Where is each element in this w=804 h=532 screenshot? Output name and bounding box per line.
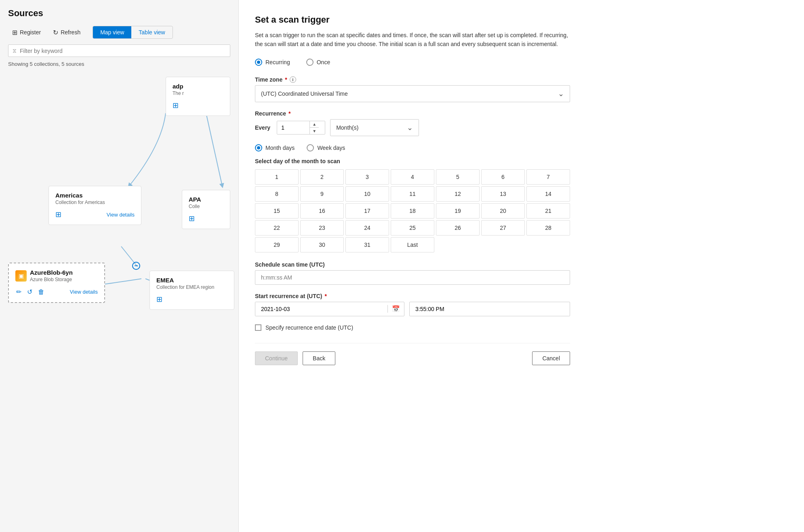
day-cell-23[interactable]: 23 <box>300 220 344 236</box>
day-type-group: Month days Week days <box>255 144 788 151</box>
left-panel: Sources ⊞ Register ↻ Refresh Map view Ta… <box>0 0 238 532</box>
day-cell-8[interactable]: 8 <box>255 186 299 202</box>
day-cell-24[interactable]: 24 <box>345 220 389 236</box>
cancel-button[interactable]: Cancel <box>532 351 570 365</box>
day-cell-5[interactable]: 5 <box>436 169 480 185</box>
register-button[interactable]: ⊞ Register <box>8 26 45 39</box>
spinner-down-button[interactable]: ▼ <box>310 128 319 134</box>
spinner-up-button[interactable]: ▲ <box>310 121 319 128</box>
day-cell-12[interactable]: 12 <box>436 186 480 202</box>
filter-input[interactable] <box>20 48 226 54</box>
timezone-required: * <box>285 76 287 83</box>
day-cell-9[interactable]: 9 <box>300 186 344 202</box>
refresh-button[interactable]: ↻ Refresh <box>49 26 84 39</box>
day-cell-17[interactable]: 17 <box>345 203 389 219</box>
start-recurrence-required: * <box>325 293 327 299</box>
emea-node-title: EMEA <box>156 277 227 284</box>
once-radio-label[interactable]: Once <box>306 59 330 66</box>
back-button[interactable]: Back <box>303 351 335 365</box>
day-cell-3[interactable]: 3 <box>345 169 389 185</box>
azure-blob-view-details-link[interactable]: View details <box>70 289 98 295</box>
day-cell-last[interactable]: Last <box>391 237 434 252</box>
trigger-type-radio-group: Recurring Once <box>255 59 788 66</box>
americas-view-details-link[interactable]: View details <box>107 212 135 218</box>
day-cell-15[interactable]: 15 <box>255 203 299 219</box>
map-area: adp The r ⊞ Americas Collection for Amer… <box>8 73 230 436</box>
schedule-time-input[interactable] <box>255 270 570 285</box>
day-cell-20[interactable]: 20 <box>481 203 525 219</box>
register-icon: ⊞ <box>12 29 17 36</box>
apac-node-subtitle: Colle <box>189 204 223 209</box>
period-chevron-icon <box>407 123 413 132</box>
page-title: Sources <box>8 8 230 19</box>
day-cell-14[interactable]: 14 <box>526 186 570 202</box>
week-days-radio-label[interactable]: Week days <box>307 144 345 151</box>
day-cell-19[interactable]: 19 <box>436 203 480 219</box>
day-cell-7[interactable]: 7 <box>526 169 570 185</box>
minus-circle-node: − <box>132 262 140 270</box>
grid-icon-americas: ⊞ <box>55 210 61 219</box>
week-days-label-text: Week days <box>317 145 345 151</box>
filter-input-wrap: ⧖ <box>8 44 230 57</box>
day-cell-10[interactable]: 10 <box>345 186 389 202</box>
day-cell-1[interactable]: 1 <box>255 169 299 185</box>
day-cell-31[interactable]: 31 <box>345 237 389 252</box>
right-panel: Set a scan trigger Set a scan trigger to… <box>238 0 804 532</box>
period-select[interactable]: Month(s) <box>330 119 419 136</box>
number-spinners: ▲ ▼ <box>309 121 319 134</box>
day-cell-13[interactable]: 13 <box>481 186 525 202</box>
emea-node-actions: ⊞ <box>156 295 227 304</box>
calendar-icon-button[interactable]: 📅 <box>387 305 404 313</box>
recurrence-number-field[interactable] <box>277 121 309 134</box>
timezone-info-icon[interactable]: i <box>290 76 296 83</box>
top-node-subtitle: The r <box>173 90 223 96</box>
end-date-checkbox[interactable] <box>255 324 261 331</box>
panel-description: Set a scan trigger to run the scan at sp… <box>255 31 570 49</box>
day-cell-25[interactable]: 25 <box>391 220 434 236</box>
timezone-chevron-icon <box>558 89 564 98</box>
week-days-radio[interactable] <box>307 144 314 151</box>
continue-button[interactable]: Continue <box>255 351 298 365</box>
recurrence-label-text: Recurrence <box>255 110 286 117</box>
americas-node-subtitle: Collection for Americas <box>55 200 135 205</box>
apac-node-card: APA Colle ⊞ <box>182 190 230 229</box>
day-cell-21[interactable]: 21 <box>526 203 570 219</box>
day-cell-11[interactable]: 11 <box>391 186 434 202</box>
start-date-input[interactable] <box>255 302 387 316</box>
recurring-radio[interactable] <box>255 59 262 66</box>
day-cell-2[interactable]: 2 <box>300 169 344 185</box>
day-cell-6[interactable]: 6 <box>481 169 525 185</box>
top-node-actions: ⊞ <box>173 101 223 110</box>
month-days-radio[interactable] <box>255 144 262 151</box>
once-radio[interactable] <box>306 59 314 66</box>
recurrence-field-label: Recurrence * <box>255 110 788 117</box>
table-view-button[interactable]: Table view <box>131 26 172 38</box>
day-cell-18[interactable]: 18 <box>391 203 434 219</box>
recurring-radio-label[interactable]: Recurring <box>255 59 290 66</box>
americas-node-card: Americas Collection for Americas ⊞ View … <box>48 186 141 225</box>
delete-button[interactable]: 🗑 <box>37 288 45 296</box>
day-cell-30[interactable]: 30 <box>300 237 344 252</box>
edit-button[interactable]: ✏ <box>15 287 22 296</box>
scan-button[interactable]: ↺ <box>26 287 33 296</box>
day-cell-26[interactable]: 26 <box>436 220 480 236</box>
day-cell-29[interactable]: 29 <box>255 237 299 252</box>
connector-svg <box>8 73 230 436</box>
month-days-label-text: Month days <box>265 145 295 151</box>
map-view-button[interactable]: Map view <box>93 26 131 38</box>
day-cell-22[interactable]: 22 <box>255 220 299 236</box>
recurrence-row: Every ▲ ▼ Month(s) <box>255 119 788 136</box>
timezone-select[interactable]: (UTC) Coordinated Universal Time <box>255 85 570 102</box>
americas-node-title: Americas <box>55 192 135 199</box>
timezone-field-label: Time zone * i <box>255 76 788 83</box>
azure-blob-title: AzureBlob-6yn <box>30 269 73 276</box>
apac-node-actions: ⊞ <box>189 214 223 223</box>
start-time-input[interactable] <box>409 302 570 316</box>
timezone-value: (UTC) Coordinated Universal Time <box>261 90 348 97</box>
day-cell-16[interactable]: 16 <box>300 203 344 219</box>
day-grid: 1234567891011121314151617181920212223242… <box>255 169 570 252</box>
day-cell-4[interactable]: 4 <box>391 169 434 185</box>
month-days-radio-label[interactable]: Month days <box>255 144 295 151</box>
day-cell-27[interactable]: 27 <box>481 220 525 236</box>
day-cell-28[interactable]: 28 <box>526 220 570 236</box>
